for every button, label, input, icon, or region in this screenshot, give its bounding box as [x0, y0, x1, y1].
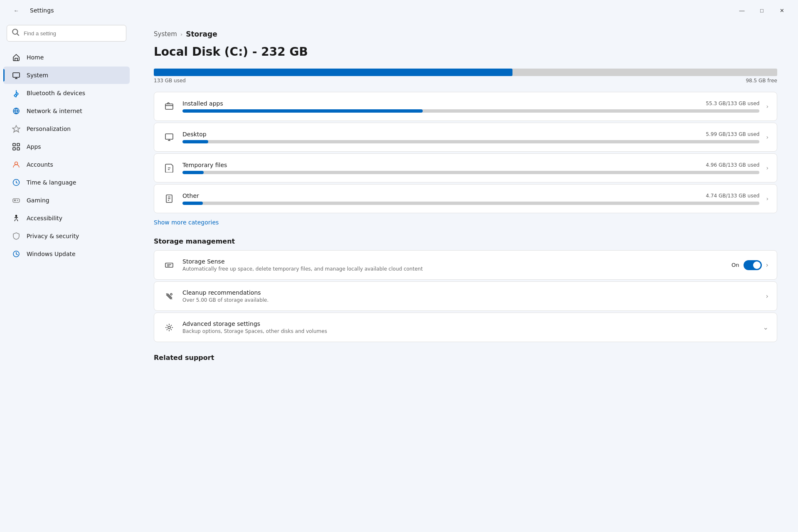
sidebar-item-network[interactable]: Network & internet [3, 102, 130, 120]
temporary-files-icon [163, 161, 176, 175]
storage-bar-track [154, 69, 777, 76]
chevron-right-icon: › [766, 292, 768, 300]
svg-rect-10 [17, 148, 20, 150]
sidebar-item-apps[interactable]: Apps [3, 138, 130, 155]
nav-label: Network & internet [27, 108, 82, 114]
mgmt-name: Cleanup recommendations [182, 289, 759, 296]
accessibility-icon [12, 214, 21, 223]
chevron-right-icon: › [766, 134, 768, 140]
sidebar-item-privacy[interactable]: Privacy & security [3, 227, 130, 245]
sidebar-item-time[interactable]: Time & language [3, 174, 130, 191]
mgmt-name: Advanced storage settings [182, 320, 756, 327]
chevron-down-icon: ⌄ [763, 323, 768, 331]
nav-label: Privacy & security [27, 233, 79, 239]
category-info: Temporary files 4.96 GB/133 GB used [182, 162, 759, 174]
privacy-icon [12, 232, 21, 241]
svg-rect-2 [13, 73, 20, 77]
sidebar-item-home[interactable]: Home [3, 49, 130, 66]
sidebar-item-accounts[interactable]: Accounts [3, 156, 130, 173]
titlebar-left: ← Settings [7, 4, 54, 17]
breadcrumb-parent[interactable]: System [154, 30, 177, 38]
back-button[interactable]: ← [7, 4, 26, 17]
svg-rect-22 [165, 134, 173, 139]
accounts-icon [12, 160, 21, 169]
mgmt-desc: Backup options, Storage Spaces, other di… [182, 328, 756, 334]
mgmt-right: On › [732, 260, 768, 270]
chevron-right-icon: › [766, 103, 768, 110]
related-support-title: Related support [154, 354, 777, 362]
category-card-other[interactable]: Other 4.74 GB/133 GB used › [154, 184, 777, 213]
close-button[interactable]: ✕ [772, 4, 791, 17]
mgmt-card-advanced[interactable]: Advanced storage settings Backup options… [154, 313, 777, 342]
app-body: Home System Bluetooth & devices Network … [0, 17, 798, 532]
minimize-button[interactable]: — [732, 4, 751, 17]
svg-rect-20 [165, 104, 173, 109]
sidebar-item-update[interactable]: Windows Update [3, 245, 130, 263]
search-box[interactable] [7, 25, 126, 42]
search-input[interactable] [24, 30, 122, 37]
nav-label: Windows Update [27, 251, 76, 257]
toggle-label: On [732, 262, 739, 268]
category-card-temporary-files[interactable]: Temporary files 4.96 GB/133 GB used › [154, 153, 777, 182]
svg-point-32 [170, 293, 172, 295]
category-usage: 55.3 GB/133 GB used [706, 101, 759, 106]
home-icon [12, 53, 21, 62]
svg-point-15 [15, 200, 16, 201]
nav-list: Home System Bluetooth & devices Network … [0, 48, 133, 263]
breadcrumb-chevron: › [180, 31, 182, 37]
cleanup-icon [163, 290, 176, 303]
sidebar-item-bluetooth[interactable]: Bluetooth & devices [3, 84, 130, 102]
category-bar-track [182, 171, 759, 174]
sidebar-item-personalization[interactable]: Personalization [3, 120, 130, 138]
category-bar-fill [182, 202, 203, 205]
category-bar-track [182, 202, 759, 205]
category-card-installed-apps[interactable]: Installed apps 55.3 GB/133 GB used › [154, 92, 777, 121]
category-name: Installed apps [182, 100, 223, 107]
nav-label: Apps [27, 143, 41, 150]
mgmt-card-cleanup[interactable]: Cleanup recommendations Over 5.00 GB of … [154, 281, 777, 311]
sidebar: Home System Bluetooth & devices Network … [0, 17, 133, 532]
content-area: System › Storage Local Disk (C:) - 232 G… [133, 17, 798, 532]
storage-bar-container: 133 GB used 98.5 GB free [154, 69, 777, 84]
network-icon [12, 106, 21, 116]
svg-line-1 [17, 34, 19, 36]
nav-label: Personalization [27, 126, 71, 132]
chevron-right-icon: › [766, 195, 768, 202]
bluetooth-icon [12, 89, 21, 98]
maximize-button[interactable]: □ [752, 4, 771, 17]
category-bar-track [182, 109, 759, 113]
time-icon [12, 178, 21, 187]
show-more-link[interactable]: Show more categories [154, 219, 219, 226]
advanced-icon [163, 321, 176, 334]
nav-label: Home [27, 54, 44, 61]
chevron-right-icon: › [766, 165, 768, 171]
svg-rect-8 [17, 143, 20, 146]
sidebar-item-accessibility[interactable]: Accessibility [3, 209, 130, 227]
svg-point-33 [168, 326, 170, 329]
storage-sense-icon [163, 259, 176, 272]
mgmt-info: Cleanup recommendations Over 5.00 GB of … [182, 289, 759, 303]
update-icon [12, 249, 21, 259]
toggle-switch[interactable] [744, 260, 762, 270]
system-icon [12, 71, 21, 80]
chevron-right-icon: › [766, 261, 768, 269]
category-bar-fill [182, 140, 208, 143]
sidebar-item-gaming[interactable]: Gaming [3, 192, 130, 209]
nav-label: Gaming [27, 197, 49, 204]
category-name: Temporary files [182, 162, 227, 168]
page-title: Local Disk (C:) - 232 GB [154, 45, 777, 59]
window-controls: — □ ✕ [732, 4, 791, 17]
nav-label: Bluetooth & devices [27, 90, 85, 96]
breadcrumb: System › Storage [154, 30, 777, 38]
category-bar-fill [182, 109, 423, 113]
svg-rect-29 [165, 263, 173, 267]
category-card-desktop[interactable]: Desktop 5.99 GB/133 GB used › [154, 123, 777, 152]
svg-rect-13 [13, 199, 20, 202]
sidebar-item-system[interactable]: System [3, 66, 130, 84]
apps-icon [12, 142, 21, 151]
categories-list: Installed apps 55.3 GB/133 GB used › Des… [154, 92, 777, 213]
mgmt-card-storage-sense[interactable]: Storage Sense Automatically free up spac… [154, 250, 777, 280]
gaming-icon [12, 196, 21, 205]
svg-rect-7 [13, 143, 15, 146]
category-bar-fill [182, 171, 204, 174]
